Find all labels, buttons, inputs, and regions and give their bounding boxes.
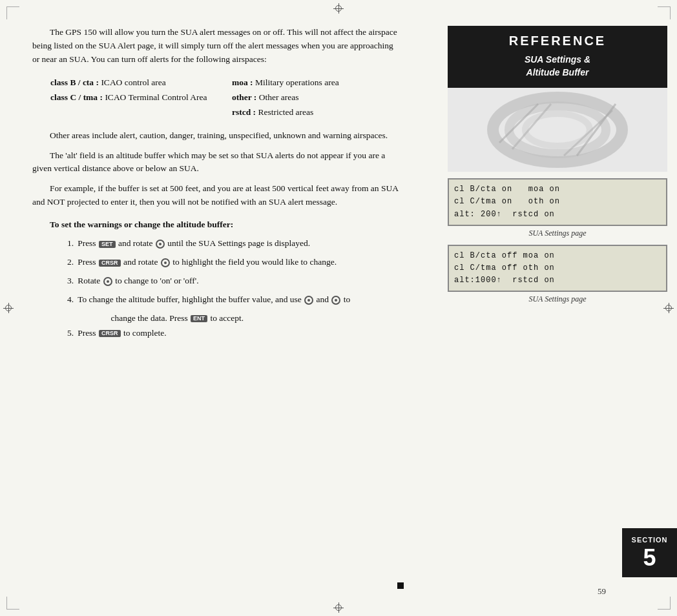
reference-subtitle: SUA Settings & Altitude Buffer [461,54,654,79]
ent-button-step4: ENT [191,315,207,322]
rotary-icon-step4a [304,296,313,305]
term-row-2: class C / tma : ICAO Terminal Control Ar… [50,90,219,105]
instructions-list: 1. Press SET and rotate until the SUA Se… [67,236,401,341]
rotary-icon-step4b [331,296,340,305]
other-areas-paragraph: Other areas include alert, caution, dang… [32,129,401,143]
screen-display-1: cl B/cta on moa on cl C/tma on oth on al… [448,178,667,226]
reference-header: REFERENCE SUA Settings & Altitude Buffer [448,26,667,88]
screen1-line1: cl B/cta on moa on [454,183,661,196]
screen2-line1: cl B/cta off moa on [454,250,661,262]
step-5: 5. Press CRSR to complete. [67,326,401,341]
term-desc-4: Other areas [259,92,299,102]
subtitle-line1: SUA Settings & [525,54,590,65]
term-row-5-spacer [50,105,219,120]
step-5-text: Press CRSR to complete. [78,326,167,341]
term-row-3: moa : Military operations area [232,76,401,90]
step-4-number: 4. [67,293,74,307]
crsr-button-step5: CRSR [99,330,121,337]
page: The GPS 150 will allow you turn the SUA … [0,0,677,616]
black-square-bullet [397,582,404,589]
term-label-2: class C / tma : [50,92,103,102]
term-label-1: class B / cta : [50,77,99,87]
term-desc-5: Restricted areas [258,107,314,117]
crop-mark-bl [6,597,19,610]
screen2-line3: alt:1000↑ rstcd on [454,274,661,287]
procedure-heading: To set the warnings or change the altitu… [50,220,401,230]
term-desc-3: Military operations area [255,77,339,87]
term-label-4: other : [232,92,256,102]
rotary-icon-step2 [161,258,170,267]
step-3-number: 3. [67,274,74,289]
crop-mark-tl [6,6,19,19]
example-paragraph: For example, if the buffer is set at 500… [32,182,401,209]
crsr-button-step2: CRSR [99,260,121,267]
crop-mark-br [658,597,671,610]
term-label-3: moa : [232,77,253,87]
screen1-line3: alt: 200↑ rstcd on [454,209,661,221]
term-label-5: rstcd : [232,107,256,117]
step-1-number: 1. [67,236,74,251]
section-label: Section [627,536,672,544]
alt-field-paragraph: The 'alt' field is an altitude buffer wh… [32,149,401,176]
right-sidebar: REFERENCE SUA Settings & Altitude Buffer [448,26,667,577]
intro-paragraph: The GPS 150 will allow you turn the SUA … [32,26,401,67]
step-5-number: 5. [67,326,74,341]
step-3: 3. Rotate to change to 'on' or 'off'. [67,274,401,289]
step-4: 4. To change the altitude buffer, highli… [67,293,401,307]
garmin-logo-area [448,88,667,172]
reference-title: REFERENCE [461,34,654,48]
garmin-logo-svg [486,91,629,169]
terms-table: class B / cta : ICAO control area moa : … [50,76,401,120]
screen1-line2: cl C/tma on oth on [454,196,661,208]
term-desc-1: ICAO control area [101,77,165,87]
screen2-line2: cl C/tma off oth on [454,262,661,274]
step-4-continuation: change the data. Press ENT to accept. [111,311,401,326]
main-content: The GPS 150 will allow you turn the SUA … [32,26,401,577]
screen2-caption: SUA Settings page [448,294,667,304]
section-number: 5 [627,546,672,570]
subtitle-line2: Altitude Buffer [526,67,589,77]
screen-display-2: cl B/cta off moa on cl C/tma off oth on … [448,245,667,293]
term-desc-2: ICAO Terminal Control Area [105,92,207,102]
section-tab: Section 5 [622,528,677,577]
crop-mark-tr [658,6,671,19]
rotary-icon-step3 [103,277,112,286]
term-row-5: rstcd : Restricted areas [232,105,401,120]
screen1-caption: SUA Settings page [448,229,667,238]
term-row-1: class B / cta : ICAO control area [50,76,219,90]
step-3-text: Rotate to change to 'on' or 'off'. [78,274,198,289]
rotary-icon-step1 [156,240,165,249]
step-1-text: Press SET and rotate until the SUA Setti… [78,236,310,251]
page-number: 59 [598,586,606,597]
step-1: 1. Press SET and rotate until the SUA Se… [67,236,401,251]
set-button-step1: SET [99,241,116,248]
step-2-text: Press CRSR and rotate to highlight the f… [78,255,337,270]
step-2: 2. Press CRSR and rotate to highlight th… [67,255,401,270]
term-row-4: other : Other areas [232,90,401,105]
reg-mark-left [3,303,14,313]
step-4-text: To change the altitude buffer, highlight… [78,293,350,307]
step-2-number: 2. [67,255,74,270]
reg-mark-top [333,3,344,14]
reg-mark-bottom [333,602,344,613]
